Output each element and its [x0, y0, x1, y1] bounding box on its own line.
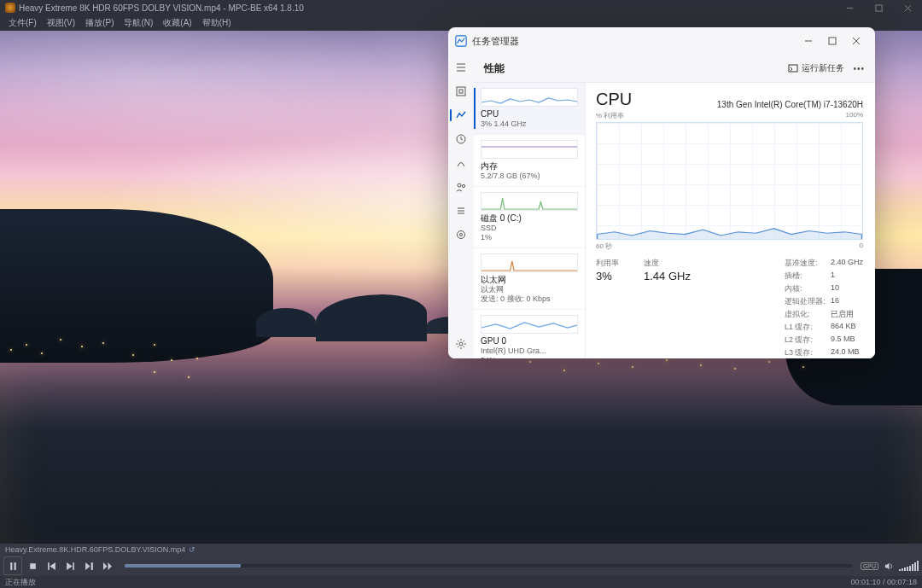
tm-detail-panel: CPU 13th Gen Intel(R) Core(TM) i7-13620H…	[586, 83, 875, 358]
nav-performance-icon[interactable]	[453, 108, 469, 123]
nav-services-icon[interactable]	[453, 227, 469, 242]
svg-rect-4	[10, 562, 12, 570]
stat-util-label: 利用率	[596, 258, 635, 269]
stat-speed-val: 1.44 GHz	[644, 270, 712, 282]
svg-rect-35	[789, 65, 797, 72]
svg-marker-14	[108, 562, 111, 570]
menu-file[interactable]: 文件(F)	[5, 17, 40, 29]
nav-settings-icon[interactable]	[453, 336, 469, 352]
menu-nav[interactable]: 导航(N)	[120, 17, 156, 29]
gpu-badge: GPU	[861, 562, 878, 570]
playback-controls: GPU	[0, 556, 922, 576]
cpu-model-text: 13th Gen Intel(R) Core(TM) i7-13620H	[717, 100, 863, 109]
cpu-chart	[596, 122, 863, 240]
footer-status-bar: 正在播放 00:01:10 / 00:07:18	[0, 576, 922, 588]
tm-item--[interactable]: 内存5.2/7.8 GB (67%)	[474, 135, 585, 187]
tm-resource-list: CPU3% 1.44 GHz内存5.2/7.8 GB (67%)磁盘 0 (C:…	[474, 83, 586, 358]
stat-speed-label: 速度	[644, 258, 712, 269]
status-filename: Heavy.Extreme.8K.HDR.60FPS.DOLBY.VISION.…	[5, 545, 185, 554]
svg-rect-7	[48, 562, 50, 570]
svg-marker-13	[103, 562, 107, 570]
tm-title-text: 任务管理器	[472, 35, 519, 48]
svg-point-28	[462, 184, 464, 187]
svg-rect-24	[457, 87, 465, 96]
svg-point-32	[458, 231, 465, 239]
app-icon	[5, 3, 15, 13]
prev-button[interactable]	[43, 557, 60, 574]
maximize-button[interactable]	[864, 0, 893, 15]
next-button[interactable]	[61, 557, 79, 574]
svg-marker-15	[884, 562, 889, 568]
minimize-button[interactable]	[835, 0, 864, 15]
svg-rect-1	[875, 4, 881, 10]
menu-help[interactable]: 帮助(H)	[199, 17, 235, 29]
svg-rect-12	[90, 562, 92, 570]
tm-titlebar[interactable]: 任务管理器	[448, 27, 875, 55]
svg-point-33	[460, 234, 463, 236]
run-new-task-label: 运行新任务	[802, 62, 844, 74]
svg-rect-10	[73, 562, 74, 570]
tm-item--0-c-[interactable]: 磁盘 0 (C:)SSD1%	[474, 187, 585, 248]
svg-rect-5	[14, 562, 15, 570]
y-max: 100%	[846, 111, 863, 120]
tm-minimize-button[interactable]	[797, 29, 820, 53]
task-manager-icon	[455, 35, 467, 47]
tm-close-button[interactable]	[844, 29, 868, 53]
nav-users-icon[interactable]	[453, 179, 469, 195]
nav-history-icon[interactable]	[453, 131, 469, 147]
volume-icon[interactable]	[880, 557, 897, 574]
menu-fav[interactable]: 收藏(A)	[160, 17, 195, 29]
step-fwd2-button[interactable]	[99, 557, 116, 574]
svg-rect-25	[459, 90, 463, 93]
nav-processes-icon[interactable]	[453, 84, 469, 99]
close-button[interactable]	[893, 0, 922, 15]
loop-icon[interactable]: ↺	[189, 545, 195, 554]
svg-rect-6	[30, 563, 36, 569]
nav-startup-icon[interactable]	[453, 155, 469, 171]
tm-header: 性能 运行新任务 •••	[474, 55, 875, 82]
svg-marker-9	[67, 562, 73, 570]
time-text: 00:01:10 / 00:07:18	[850, 578, 917, 586]
stop-button[interactable]	[24, 557, 41, 574]
nav-details-icon[interactable]	[453, 203, 469, 218]
tm-item-gpu-0[interactable]: GPU 0Intel(R) UHD Gra...54%	[474, 310, 585, 358]
hamburger-icon[interactable]	[453, 60, 469, 75]
volume-bars[interactable]	[899, 561, 919, 571]
tm-maximize-button[interactable]	[820, 29, 844, 53]
stat-util-val: 3%	[596, 270, 635, 282]
play-state-text: 正在播放	[5, 577, 36, 588]
cpu-key-values: 基准速度:2.40 GHz插槽:1内核:10逻辑处理器:16虚拟化:已启用L1 …	[785, 258, 863, 358]
svg-marker-8	[50, 562, 55, 570]
tm-item-cpu[interactable]: CPU3% 1.44 GHz	[474, 83, 585, 135]
svg-rect-18	[829, 38, 836, 44]
step-fwd-button[interactable]	[80, 557, 97, 574]
tm-tab-label: 性能	[484, 61, 505, 76]
video-titlebar[interactable]: Heavy Extreme 8K HDR 60FPS DOLBY VISION.…	[0, 0, 922, 15]
video-title-text: Heavy Extreme 8K HDR 60FPS DOLBY VISION.…	[19, 3, 304, 13]
svg-point-27	[458, 183, 461, 187]
y-label: % 利用率	[596, 111, 624, 120]
pause-button[interactable]	[3, 556, 22, 575]
run-new-task-button[interactable]: 运行新任务	[788, 62, 844, 74]
seek-bar[interactable]	[125, 564, 852, 568]
more-options-icon[interactable]: •••	[853, 64, 865, 73]
task-manager-window[interactable]: 任务管理器 性能 运行新任务 •••	[448, 27, 875, 358]
x-right: 0	[860, 242, 863, 251]
tm-item--[interactable]: 以太网以太网发送: 0 接收: 0 Kbps	[474, 248, 585, 310]
svg-marker-11	[85, 562, 90, 570]
menu-view[interactable]: 视图(V)	[44, 17, 79, 29]
menu-play[interactable]: 播放(P)	[82, 17, 117, 29]
run-task-icon	[788, 63, 798, 73]
x-left: 60 秒	[596, 242, 612, 251]
svg-point-34	[459, 342, 463, 346]
file-status-bar: Heavy.Extreme.8K.HDR.60FPS.DOLBY.VISION.…	[0, 544, 922, 556]
detail-title: CPU	[596, 90, 632, 109]
tm-sidebar	[448, 55, 474, 358]
